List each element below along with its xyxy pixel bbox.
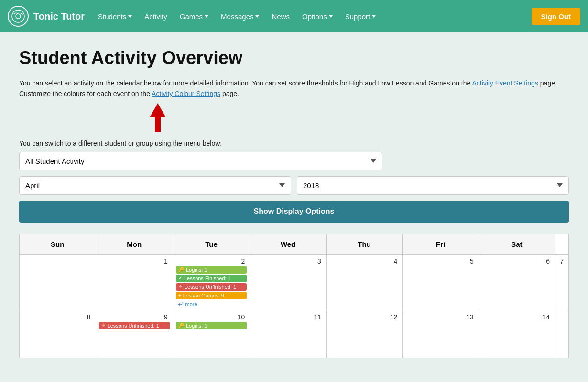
nav-support[interactable]: Support: [339, 9, 382, 24]
cal-day-11[interactable]: 11: [250, 310, 327, 358]
activity-colour-settings-link[interactable]: Activity Colour Settings: [152, 90, 220, 97]
show-display-options-button[interactable]: Show Display Options: [19, 201, 569, 223]
page-title: Student Activity Overview: [19, 48, 569, 68]
cal-day-12[interactable]: 12: [326, 310, 403, 358]
activity-calendar: Sun Mon Tue Wed Thu Fri Sat 1 2 🔑: [19, 234, 569, 358]
event-lessons-unfinished[interactable]: ⚠ Lessons Unfinished: 1: [176, 283, 247, 291]
svg-point-0: [12, 10, 24, 22]
cal-day-3[interactable]: 3: [250, 254, 327, 310]
chevron-down-icon: [205, 15, 208, 18]
nav-activity[interactable]: Activity: [139, 9, 173, 24]
event-lessons-finished[interactable]: ✔ Lessons Finished: 1: [176, 275, 247, 282]
cal-day-6[interactable]: 6: [479, 254, 555, 310]
month-select[interactable]: JanuaryFebruaryMarch AprilMayJune JulyAu…: [19, 176, 291, 195]
nav-news[interactable]: News: [266, 9, 295, 24]
cal-day-2[interactable]: 2 🔑 Logins: 1 ✔ Lessons Finished: 1 ⚠ Le…: [173, 254, 250, 310]
cal-day-empty: [20, 254, 96, 310]
event-lessons-unfinished-9[interactable]: ⚠ Lessons Unfinished: 1: [99, 322, 170, 329]
nav-menu: Students Activity Games Messages News Op…: [92, 9, 529, 24]
warning-icon: ⚠: [178, 284, 183, 289]
event-lesson-games[interactable]: + Lesson Games: 9: [176, 292, 247, 299]
cal-day-14[interactable]: 14: [479, 310, 555, 358]
date-selectors: JanuaryFebruaryMarch AprilMayJune JulyAu…: [19, 176, 569, 195]
key-icon: 🔑: [178, 267, 184, 272]
chevron-down-icon: [255, 15, 259, 18]
cal-header-wed: Wed: [250, 234, 327, 254]
cal-day-7[interactable]: 7: [555, 254, 569, 310]
student-select[interactable]: All Student Activity: [19, 152, 382, 170]
cal-header-tue: Tue: [173, 234, 250, 254]
cal-header-sun: Sun: [20, 234, 96, 254]
navigation: Tonic Tutor Students Activity Games Mess…: [0, 0, 588, 32]
chevron-down-icon: [372, 15, 376, 18]
svg-point-1: [16, 14, 21, 19]
year-select[interactable]: 2016201720182019: [297, 176, 569, 195]
key-icon: 🔑: [178, 323, 184, 328]
event-logins[interactable]: 🔑 Logins: 1: [176, 266, 247, 274]
cal-header-sat: Sat: [479, 234, 555, 254]
check-icon: ✔: [178, 276, 182, 281]
cal-day-1[interactable]: 1: [96, 254, 173, 310]
cal-day-9[interactable]: 9 ⚠ Lessons Unfinished: 1: [96, 310, 173, 358]
activity-event-settings-link[interactable]: Activity Event Settings: [472, 79, 538, 87]
sign-out-button[interactable]: Sign Out: [532, 8, 581, 25]
chevron-down-icon: [329, 15, 333, 18]
cal-header-thu: Thu: [326, 234, 403, 254]
brand-name: Tonic Tutor: [33, 11, 85, 22]
chevron-down-icon: [128, 15, 132, 18]
brand-logo[interactable]: Tonic Tutor: [8, 6, 85, 27]
switch-description: You can switch to a different student or…: [19, 139, 569, 147]
cal-day-4[interactable]: 4: [326, 254, 403, 310]
svg-marker-2: [150, 103, 166, 132]
nav-messages[interactable]: Messages: [215, 9, 265, 24]
cal-header-fri: Fri: [403, 234, 479, 254]
warning-icon: ⚠: [101, 323, 106, 328]
cal-header-mon: Mon: [96, 234, 173, 254]
plus-icon: +: [178, 293, 181, 298]
nav-options[interactable]: Options: [296, 9, 338, 24]
nav-games[interactable]: Games: [174, 9, 214, 24]
cal-day-5[interactable]: 5: [403, 254, 479, 310]
description-text: You can select an activity on the calend…: [19, 78, 569, 99]
calendar-week-2: 8 9 ⚠ Lessons Unfinished: 1 10 🔑 Logins:…: [20, 310, 569, 358]
cal-day-10[interactable]: 10 🔑 Logins: 1: [173, 310, 250, 358]
more-events-link[interactable]: +4 more: [176, 300, 247, 308]
logo-icon: [8, 6, 29, 27]
cal-day-13[interactable]: 13: [403, 310, 479, 358]
cal-day-8[interactable]: 8: [20, 310, 96, 358]
event-logins-10[interactable]: 🔑 Logins: 1: [176, 322, 247, 329]
nav-students[interactable]: Students: [92, 9, 138, 24]
arrow-indicator: [148, 103, 569, 132]
calendar-week-1: 1 2 🔑 Logins: 1 ✔ Lessons Finished: 1 ⚠ …: [20, 254, 569, 310]
